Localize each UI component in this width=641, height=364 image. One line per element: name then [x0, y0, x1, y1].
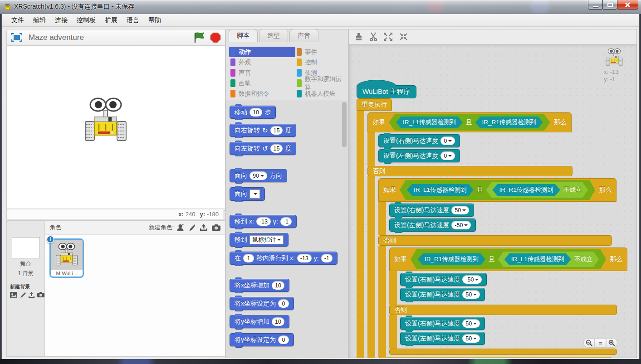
number-input[interactable]: -1: [280, 217, 292, 226]
category-2[interactable]: 外观: [229, 57, 295, 68]
not-operator-block[interactable]: IR_L1传感器检测到不成立: [498, 252, 599, 267]
stage-sprite-wulibot[interactable]: [83, 97, 128, 144]
scissors-delete-icon[interactable]: [369, 32, 377, 41]
menu-item-6[interactable]: 帮助: [144, 15, 166, 26]
speed-dropdown[interactable]: -50: [451, 221, 471, 229]
number-input[interactable]: -13: [256, 217, 271, 226]
paint-new-backdrop-icon[interactable]: [20, 292, 26, 298]
tab-2[interactable]: 声音: [289, 29, 318, 42]
category-4[interactable]: 声音: [229, 68, 295, 78]
close-button[interactable]: [617, 0, 638, 10]
camera-backdrop-icon[interactable]: [37, 292, 44, 297]
palette-block-turn-right[interactable]: 向右旋转↻15度: [230, 124, 296, 137]
zoom-in-button[interactable]: [606, 338, 617, 348]
set-left-motor-block[interactable]: 设置(左侧)马达速度50: [400, 332, 485, 345]
if-block-header[interactable]: 如果IR_L1传感器检测到且IR_R1传感器检测到那么: [367, 112, 572, 132]
sensor-block[interactable]: IR_L1传感器检测到: [504, 253, 571, 265]
number-input[interactable]: -1: [321, 254, 333, 262]
else-bar[interactable]: 否则: [378, 235, 612, 246]
set-left-motor-block[interactable]: 设置(左侧)马达速度-50: [389, 218, 476, 232]
menu-item-4[interactable]: 扩展: [100, 15, 122, 26]
sensor-block[interactable]: IR_R1传感器检测到: [475, 116, 543, 128]
category-7[interactable]: 数字和逻辑运算: [295, 78, 345, 88]
number-input[interactable]: 0: [278, 299, 289, 308]
sensor-block[interactable]: IR_L1传感器检测到: [407, 184, 474, 196]
number-input[interactable]: 10: [272, 281, 284, 290]
category-8[interactable]: 数据和指令: [229, 88, 295, 99]
paint-new-sprite-icon[interactable]: [188, 224, 196, 232]
palette-block-move-steps[interactable]: 移动10步: [230, 106, 276, 119]
speed-dropdown[interactable]: 50: [451, 206, 469, 214]
and-operator-block[interactable]: IR_L1传感器检测到且IR_R1传感器检测到不成立: [400, 180, 595, 200]
palette-scrollbar[interactable]: [342, 102, 347, 147]
number-input[interactable]: 10: [250, 108, 262, 116]
sprite-info-badge[interactable]: i: [46, 235, 54, 243]
menu-dropdown[interactable]: [250, 189, 260, 199]
shrink-sprite-icon[interactable]: [399, 32, 408, 41]
zoom-reset-button[interactable]: =: [595, 338, 606, 348]
palette-block-goto-mouse[interactable]: 移到鼠标指针: [230, 233, 289, 247]
menu-item-1[interactable]: 编辑: [29, 15, 50, 26]
and-operator-block[interactable]: IR_R1传感器检测到且IR_L1传感器检测到不成立: [411, 249, 606, 269]
palette-block-change-x[interactable]: 将x坐标增加10: [230, 279, 289, 292]
category-0[interactable]: 动作: [229, 47, 295, 57]
speed-dropdown[interactable]: 50: [462, 334, 480, 343]
forever-block[interactable]: 重复执行如果IR_L1传感器检测到且IR_R1传感器检测到那么设置(右侧)马达速…: [357, 98, 627, 358]
if-else-block[interactable]: 如果IR_L1传感器检测到且IR_R1传感器检测到不成立那么设置(右侧)马达速度…: [378, 178, 627, 358]
palette-block-turn-left[interactable]: 向左旋转↺15度: [230, 142, 296, 155]
minimize-button[interactable]: [588, 0, 603, 10]
titlebar[interactable]: XRScratch(v1.6.3) - 没有连接串口 - 未保存: [0, 0, 641, 14]
script-program[interactable]: WuLiBot 主程序重复执行如果IR_L1传感器检测到且IR_R1传感器检测到…: [357, 79, 627, 358]
script-canvas[interactable]: x: -13 y: -1 WuLiBot 主程序重复执行如果IR_L1传感器检测…: [349, 44, 636, 358]
palette-block-glide-to[interactable]: 在1秒内滑行到 x:-13y:-1: [230, 252, 338, 265]
maximize-button[interactable]: [602, 0, 617, 10]
presentation-mode-icon[interactable]: [11, 33, 22, 42]
palette-block-change-y[interactable]: 将y坐标增加10: [230, 315, 289, 328]
menu-item-2[interactable]: 连接: [50, 15, 72, 26]
upload-sprite-icon[interactable]: [200, 224, 208, 231]
number-input[interactable]: 15: [270, 144, 283, 153]
stop-button[interactable]: [210, 33, 220, 43]
set-right-motor-block[interactable]: 设置(右侧)马达速度-50: [400, 273, 487, 286]
set-right-motor-block[interactable]: 设置(右侧)马达速度0: [378, 134, 460, 147]
forever-header[interactable]: 重复执行: [357, 98, 392, 111]
and-operator-block[interactable]: IR_L1传感器检测到且IR_R1传感器检测到: [389, 114, 550, 131]
stage-backdrop-thumbnail[interactable]: [12, 237, 40, 258]
else-bar[interactable]: 否则: [389, 305, 617, 315]
upload-backdrop-icon[interactable]: [28, 292, 35, 298]
green-flag-button[interactable]: [194, 32, 206, 43]
speed-dropdown[interactable]: 50: [462, 319, 480, 328]
category-6[interactable]: 画笔: [229, 78, 295, 88]
tab-1[interactable]: 造型: [259, 29, 288, 42]
dropdown-input[interactable]: 90: [250, 171, 267, 180]
menu-dropdown[interactable]: 鼠标指针: [250, 235, 284, 244]
number-input[interactable]: 0: [278, 335, 289, 344]
sensor-block[interactable]: IR_R1传感器检测到: [418, 253, 485, 265]
hat-block-wulibot-main[interactable]: WuLiBot 主程序: [357, 85, 416, 98]
number-input[interactable]: 1: [243, 254, 254, 262]
set-left-motor-block[interactable]: 设置(左侧)马达速度0: [378, 149, 460, 162]
if-block-header[interactable]: 如果IR_L1传感器检测到且IR_R1传感器检测到不成立那么: [378, 178, 617, 202]
if-block-header[interactable]: 如果IR_R1传感器检测到且IR_L1传感器检测到不成立那么: [389, 248, 627, 271]
menu-item-0[interactable]: 文件: [7, 15, 29, 26]
stamp-duplicate-icon[interactable]: [354, 32, 363, 41]
category-3[interactable]: 控制: [295, 57, 345, 68]
speed-dropdown[interactable]: 0: [440, 151, 455, 160]
stage-canvas[interactable]: [6, 46, 225, 209]
menu-item-5[interactable]: 语言: [122, 15, 144, 26]
grow-sprite-icon[interactable]: [383, 32, 393, 41]
palette-block-goto-xy[interactable]: 移到 x:-13y:-1: [230, 215, 297, 228]
palette-block-set-x[interactable]: 将x坐标设定为0: [230, 297, 294, 310]
backdrop-library-icon[interactable]: [10, 292, 17, 298]
set-left-motor-block[interactable]: 设置(左侧)马达速度50: [400, 288, 485, 301]
number-input[interactable]: 15: [270, 126, 283, 135]
sprite-card-m-wulibot[interactable]: i M-WuLi...: [49, 238, 84, 278]
category-9[interactable]: 机器人模块: [295, 88, 345, 99]
new-sprite-library-icon[interactable]: [176, 224, 184, 232]
camera-sprite-icon[interactable]: [212, 224, 220, 231]
sensor-block[interactable]: IR_R1传感器检测到: [493, 184, 560, 196]
menu-item-3[interactable]: 控制板: [72, 15, 100, 26]
speed-dropdown[interactable]: -50: [462, 275, 482, 284]
speed-dropdown[interactable]: 0: [440, 136, 455, 145]
number-input[interactable]: 10: [272, 317, 284, 326]
